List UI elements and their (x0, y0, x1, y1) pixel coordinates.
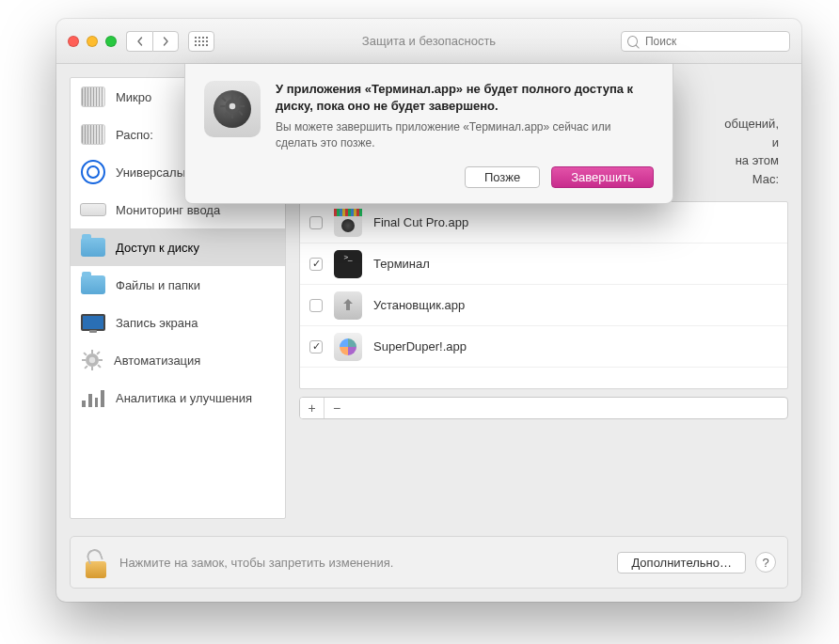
lock-hint-text: Нажмите на замок, чтобы запретить измене… (119, 556, 393, 570)
svg-rect-2 (91, 350, 93, 353)
svg-rect-16 (221, 97, 226, 102)
sidebar-item-label: Запись экрана (116, 316, 198, 330)
app-row[interactable]: Final Cut Pro.app (300, 202, 787, 243)
checkbox[interactable] (309, 299, 323, 312)
app-row[interactable]: Установщик.app (300, 285, 787, 326)
gear-icon (220, 94, 245, 124)
app-name: Установщик.app (373, 298, 465, 312)
svg-rect-6 (83, 352, 87, 355)
sidebar-item-label: Микро (116, 90, 151, 104)
minimize-window-button[interactable] (87, 36, 98, 47)
advanced-button[interactable]: Дополнительно… (617, 552, 746, 573)
app-icon (334, 333, 362, 361)
show-all-button[interactable] (188, 31, 214, 52)
chevron-left-icon (135, 37, 145, 46)
titlebar: Защита и безопасность (56, 19, 801, 64)
accessibility-icon (80, 159, 106, 185)
add-remove-controls: + − (299, 397, 788, 419)
folder-icon (80, 234, 106, 260)
svg-rect-15 (240, 105, 245, 107)
sidebar-item-label: Распо: (116, 128, 153, 142)
app-name: Терминал (373, 257, 430, 271)
sheet-actions: Позже Завершить (204, 166, 654, 188)
svg-rect-17 (238, 111, 243, 116)
close-window-button[interactable] (68, 36, 79, 47)
system-preferences-icon (204, 81, 261, 137)
quit-now-button[interactable]: Завершить (551, 166, 654, 188)
sidebar-item-label: Мониторинг ввода (116, 203, 220, 217)
svg-rect-19 (223, 112, 228, 117)
svg-rect-7 (97, 364, 101, 368)
checkbox[interactable] (309, 216, 323, 229)
svg-point-11 (230, 103, 236, 110)
app-row[interactable]: ✓ >_ Терминал (300, 243, 787, 285)
svg-rect-8 (96, 351, 100, 354)
svg-rect-13 (231, 114, 233, 118)
lock-button[interactable] (82, 546, 110, 578)
svg-point-1 (89, 357, 95, 363)
app-name: Final Cut Pro.app (373, 215, 468, 229)
svg-rect-4 (82, 359, 86, 361)
svg-rect-14 (220, 105, 225, 107)
app-row[interactable]: ✓ SuperDuper!.app (300, 326, 787, 368)
system-preferences-window: Защита и безопасность Микро Распо: Униве… (56, 19, 801, 602)
app-icon: >_ (334, 250, 362, 278)
svg-rect-5 (99, 359, 103, 361)
display-icon (80, 309, 106, 336)
svg-rect-18 (237, 95, 242, 100)
bars-icon (80, 385, 106, 411)
svg-rect-9 (84, 365, 87, 369)
confirmation-sheet: У приложения «Терминал.app» не будет пол… (184, 64, 673, 204)
gear-icon (80, 348, 104, 372)
sidebar-item-label: Аналитика и улучшения (116, 391, 252, 405)
sidebar-item-label: Автоматизация (114, 353, 200, 368)
forward-button[interactable] (152, 31, 179, 52)
checkbox[interactable]: ✓ (309, 258, 323, 271)
remove-button[interactable]: − (325, 398, 349, 418)
app-list: Final Cut Pro.app ✓ >_ Терминал (299, 201, 788, 389)
footer-bar: Нажмите на замок, чтобы запретить измене… (70, 536, 788, 589)
sheet-subtext: Вы можете завершить приложение «Терминал… (276, 119, 654, 151)
svg-rect-12 (231, 94, 233, 99)
app-name: SuperDuper!.app (373, 339, 467, 353)
waveform-icon (80, 121, 106, 148)
later-button[interactable]: Позже (465, 166, 540, 188)
sidebar-item-screen-recording[interactable]: Запись экрана (71, 304, 285, 341)
sidebar-item-files-folders[interactable]: Файлы и папки (71, 266, 285, 304)
sidebar-item-analytics[interactable]: Аналитика и улучшения (71, 379, 285, 416)
zoom-window-button[interactable] (105, 36, 117, 47)
checkbox[interactable]: ✓ (309, 340, 323, 353)
search-input[interactable] (643, 34, 784, 49)
sidebar-item-full-disk-access[interactable]: Доступ к диску (71, 228, 285, 266)
app-icon (334, 291, 362, 320)
window-controls (68, 36, 117, 47)
sidebar-item-label: Файлы и папки (116, 278, 200, 292)
sidebar-item-label: Доступ к диску (116, 241, 199, 255)
svg-rect-3 (91, 367, 93, 370)
waveform-icon (80, 84, 106, 110)
sheet-headline: У приложения «Терминал.app» не будет пол… (276, 81, 654, 114)
add-button[interactable]: + (300, 398, 325, 418)
app-icon (334, 209, 362, 237)
sheet-text: У приложения «Терминал.app» не будет пол… (276, 81, 654, 151)
grid-icon (195, 37, 208, 46)
search-field[interactable] (621, 31, 790, 52)
sidebar-item-automation[interactable]: Автоматизация (71, 341, 285, 379)
chevron-right-icon (161, 37, 170, 46)
nav-buttons (126, 31, 179, 52)
folder-icon (80, 272, 106, 298)
help-button[interactable]: ? (755, 552, 776, 573)
keyboard-icon (80, 196, 106, 223)
back-button[interactable] (126, 31, 152, 52)
search-icon (627, 36, 638, 47)
